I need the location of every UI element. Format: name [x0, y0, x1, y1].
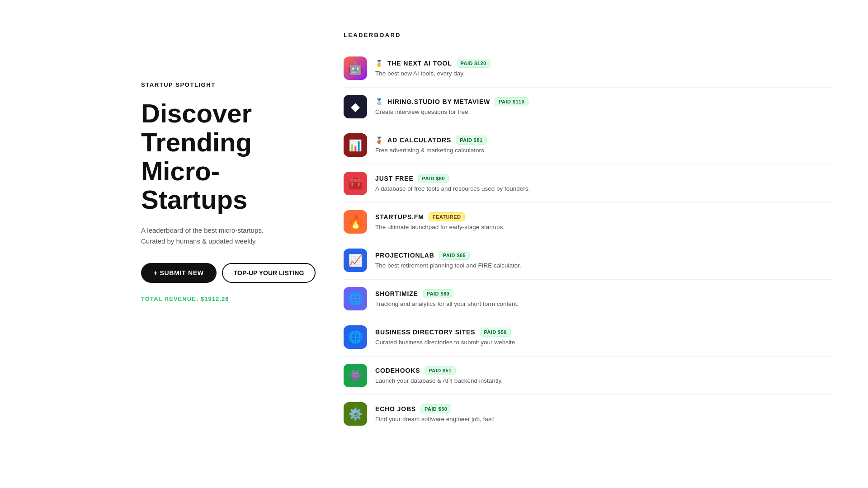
svg-text:🧰: 🧰	[348, 176, 363, 191]
list-item[interactable]: 🔥 STARTUPS.FM FEATURED The ultimate laun…	[344, 203, 832, 241]
revenue-label: TOTAL REVENUE:	[141, 296, 198, 302]
left-panel: STARTUP SPOTLIGHT Discover Trending Micr…	[0, 0, 344, 488]
item-badge: PAID $80	[418, 174, 449, 183]
item-logo: 📊	[344, 133, 367, 157]
list-item[interactable]: 📈 PROJECTIONLAB PAID $65 The best retire…	[344, 241, 832, 280]
item-logo: 🔥	[344, 210, 367, 234]
item-content: SHORTIMIZE PAID $60 Tracking and analyti…	[375, 289, 832, 309]
item-desc: Create interview questions for free.	[375, 108, 832, 117]
item-desc: A database of free tools and resources u…	[375, 185, 832, 193]
item-title-row: 🥉 AD CALCULATORS PAID $81	[375, 136, 832, 145]
item-name: THE NEXT AI TOOL	[387, 60, 452, 67]
item-title-row: ECHO JOBS PAID $50	[375, 404, 832, 413]
total-revenue: TOTAL REVENUE: $1912.26	[141, 296, 316, 302]
spotlight-label: STARTUP SPOTLIGHT	[141, 81, 316, 88]
item-logo: 👾	[344, 364, 367, 387]
list-item[interactable]: 🧰 JUST FREE PAID $80 A database of free …	[344, 164, 832, 203]
svg-text:📈: 📈	[348, 253, 363, 267]
item-badge: FEATURED	[429, 212, 465, 221]
item-logo: ◆	[344, 95, 367, 118]
item-badge: PAID $81	[456, 136, 486, 145]
item-logo: 🌐	[344, 325, 367, 349]
item-content: 🥉 AD CALCULATORS PAID $81 Free advertisi…	[375, 136, 832, 155]
item-name: STARTUPS.FM	[375, 213, 424, 221]
item-title-row: STARTUPS.FM FEATURED	[375, 212, 832, 221]
item-badge: PAID $51	[425, 366, 455, 375]
revenue-value: $1912.26	[201, 296, 229, 302]
item-name: PROJECTIONLAB	[375, 252, 434, 259]
item-content: 🥈 HIRING.STUDIO BY METAVIEW PAID $110 Cr…	[375, 97, 832, 117]
item-content: BUSINESS DIRECTORY SITES PAID $59 Curate…	[375, 328, 832, 347]
subtitle-line1: A leaderboard of the best micro-startups…	[141, 225, 316, 236]
main-title: Discover Trending Micro-Startups	[141, 99, 316, 214]
item-title-row: BUSINESS DIRECTORY SITES PAID $59	[375, 328, 832, 337]
item-badge: PAID $59	[480, 328, 510, 337]
item-desc: The best new AI tools, every day.	[375, 70, 832, 78]
item-badge: PAID $110	[495, 97, 528, 106]
item-title-row: JUST FREE PAID $80	[375, 174, 832, 183]
item-content: ECHO JOBS PAID $50 Find your dream softw…	[375, 404, 832, 424]
item-content: JUST FREE PAID $80 A database of free to…	[375, 174, 832, 193]
list-item[interactable]: 🌐 SHORTIMIZE PAID $60 Tracking and analy…	[344, 280, 832, 318]
list-item[interactable]: 🤖 🥇 THE NEXT AI TOOL PAID $120 The best …	[344, 49, 832, 88]
item-desc: Free advertising & marketing calculators…	[375, 146, 832, 155]
item-content: STARTUPS.FM FEATURED The ultimate launch…	[375, 212, 832, 232]
svg-text:◆: ◆	[351, 100, 360, 113]
leaderboard-list: 🤖 🥇 THE NEXT AI TOOL PAID $120 The best …	[344, 49, 832, 433]
svg-text:🌐: 🌐	[348, 291, 363, 306]
item-badge: PAID $120	[457, 59, 491, 68]
svg-text:🌐: 🌐	[348, 330, 363, 344]
item-logo: 🧰	[344, 172, 367, 195]
item-desc: Curated business directories to submit y…	[375, 338, 832, 347]
svg-text:⚙️: ⚙️	[348, 407, 363, 421]
rank-emoji: 🥇	[375, 60, 383, 67]
svg-text:🤖: 🤖	[348, 61, 363, 75]
list-item[interactable]: ◆ 🥈 HIRING.STUDIO BY METAVIEW PAID $110 …	[344, 88, 832, 126]
item-name: HIRING.STUDIO BY METAVIEW	[387, 98, 490, 105]
item-name: BUSINESS DIRECTORY SITES	[375, 328, 475, 336]
item-badge: PAID $50	[420, 404, 451, 413]
submit-new-button[interactable]: + SUBMIT NEW	[141, 263, 217, 283]
item-desc: Launch your database & API backend insta…	[375, 377, 832, 385]
item-desc: Tracking and analytics for all your shor…	[375, 300, 832, 309]
item-badge: PAID $65	[439, 251, 470, 260]
item-title-row: CODEHOOKS PAID $51	[375, 366, 832, 375]
item-logo: 📈	[344, 249, 367, 272]
svg-text:📊: 📊	[349, 139, 362, 152]
item-content: PROJECTIONLAB PAID $65 The best retireme…	[375, 251, 832, 270]
list-item[interactable]: ⚙️ ECHO JOBS PAID $50 Find your dream so…	[344, 395, 832, 433]
item-title-row: SHORTIMIZE PAID $60	[375, 289, 832, 298]
item-name: CODEHOOKS	[375, 367, 420, 374]
item-desc: The best retirement planning tool and FI…	[375, 262, 832, 270]
subtitle-line2: Curated by humans & updated weekly.	[141, 236, 316, 247]
list-item[interactable]: 🌐 BUSINESS DIRECTORY SITES PAID $59 Cura…	[344, 318, 832, 357]
item-name: SHORTIMIZE	[375, 290, 418, 297]
item-badge: PAID $60	[423, 289, 453, 298]
list-item[interactable]: 📊 🥉 AD CALCULATORS PAID $81 Free adverti…	[344, 126, 832, 164]
item-title-row: 🥈 HIRING.STUDIO BY METAVIEW PAID $110	[375, 97, 832, 106]
topup-listing-button[interactable]: TOP-UP YOUR LISTING	[222, 263, 316, 283]
item-desc: Find your dream software engineer job, f…	[375, 415, 832, 424]
item-desc: The ultimate launchpad for early-stage s…	[375, 223, 832, 232]
svg-text:🔥: 🔥	[348, 215, 363, 230]
item-logo: 🤖	[344, 56, 367, 80]
item-logo: 🌐	[344, 287, 367, 310]
right-panel: LEADERBOARD 🤖 🥇 THE NEXT AI TOOL PAID $1…	[344, 0, 868, 488]
item-title-row: 🥇 THE NEXT AI TOOL PAID $120	[375, 59, 832, 68]
leaderboard-title: LEADERBOARD	[344, 32, 832, 38]
item-content: 🥇 THE NEXT AI TOOL PAID $120 The best ne…	[375, 59, 832, 78]
item-name: AD CALCULATORS	[387, 136, 451, 144]
item-content: CODEHOOKS PAID $51 Launch your database …	[375, 366, 832, 385]
subtitle: A leaderboard of the best micro-startups…	[141, 225, 316, 247]
list-item[interactable]: 👾 CODEHOOKS PAID $51 Launch your databas…	[344, 357, 832, 395]
item-title-row: PROJECTIONLAB PAID $65	[375, 251, 832, 260]
svg-text:👾: 👾	[348, 368, 363, 383]
item-name: ECHO JOBS	[375, 405, 416, 413]
button-row: + SUBMIT NEW TOP-UP YOUR LISTING	[141, 263, 316, 283]
item-name: JUST FREE	[375, 175, 414, 182]
rank-emoji: 🥈	[375, 98, 383, 105]
item-logo: ⚙️	[344, 402, 367, 426]
rank-emoji: 🥉	[375, 136, 383, 144]
